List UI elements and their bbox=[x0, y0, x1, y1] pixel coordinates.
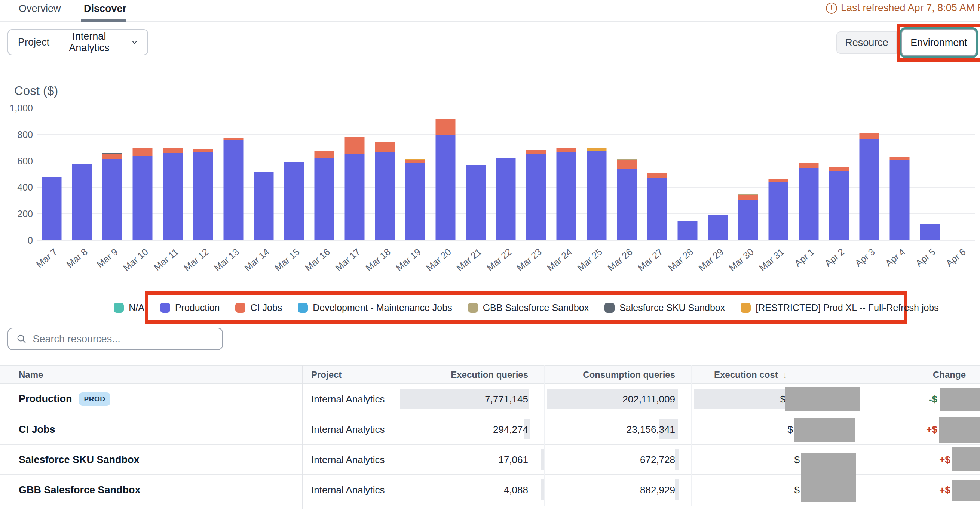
bar-segment[interactable] bbox=[375, 152, 395, 240]
bar-segment[interactable] bbox=[224, 138, 243, 140]
bar-segment[interactable] bbox=[587, 151, 607, 240]
bar-segment[interactable] bbox=[102, 153, 123, 154]
bar-mar-20[interactable] bbox=[430, 108, 460, 240]
bar-segment[interactable] bbox=[617, 168, 637, 240]
bar-mar-22[interactable] bbox=[491, 108, 521, 240]
legend-item[interactable]: GBB Salesforce Sandbox bbox=[468, 302, 589, 313]
bar-apr-1[interactable] bbox=[793, 108, 824, 240]
bar-segment[interactable] bbox=[133, 148, 153, 148]
bar-mar-10[interactable] bbox=[127, 108, 158, 240]
legend-item[interactable]: Production bbox=[160, 302, 220, 313]
bar-segment[interactable] bbox=[768, 179, 788, 179]
bar-mar-11[interactable] bbox=[158, 108, 188, 240]
bar-segment[interactable] bbox=[889, 157, 909, 160]
bar-segment[interactable] bbox=[405, 160, 425, 163]
bar-mar-9[interactable] bbox=[97, 108, 127, 240]
bar-apr-6[interactable] bbox=[945, 108, 975, 240]
bar-segment[interactable] bbox=[314, 151, 334, 158]
resource-name[interactable]: CI Jobs bbox=[19, 423, 56, 435]
bar-segment[interactable] bbox=[405, 163, 425, 240]
bar-mar-27[interactable] bbox=[642, 108, 673, 240]
bar-segment[interactable] bbox=[738, 195, 758, 200]
col-name[interactable]: Name bbox=[19, 369, 43, 380]
bar-apr-2[interactable] bbox=[824, 108, 854, 240]
legend-item[interactable]: N/A bbox=[114, 302, 145, 313]
bar-segment[interactable] bbox=[42, 177, 62, 240]
bar-mar-12[interactable] bbox=[188, 108, 218, 240]
table-row-production[interactable]: ProductionPRODInternal Analytics7,771,14… bbox=[0, 384, 980, 414]
bar-segment[interactable] bbox=[920, 224, 940, 240]
bar-segment[interactable] bbox=[829, 171, 849, 240]
bar-mar-18[interactable] bbox=[369, 108, 400, 240]
bar-segment[interactable] bbox=[829, 167, 849, 171]
col-execution-cost[interactable]: Execution cost ↓ bbox=[714, 369, 788, 380]
bar-segment[interactable] bbox=[889, 160, 909, 240]
bar-segment[interactable] bbox=[617, 160, 637, 168]
bar-segment[interactable] bbox=[526, 150, 546, 155]
bar-segment[interactable] bbox=[224, 140, 243, 240]
bar-segment[interactable] bbox=[193, 149, 213, 152]
bar-mar-24[interactable] bbox=[551, 108, 582, 240]
bar-segment[interactable] bbox=[617, 159, 637, 159]
bar-segment[interactable] bbox=[648, 173, 667, 173]
bar-mar-26[interactable] bbox=[612, 108, 642, 240]
bar-segment[interactable] bbox=[557, 152, 576, 240]
col-consumption-queries[interactable]: Consumption queries bbox=[583, 369, 675, 380]
bar-mar-17[interactable] bbox=[339, 108, 369, 240]
bar-segment[interactable] bbox=[799, 163, 818, 168]
bar-segment[interactable] bbox=[768, 179, 788, 182]
bar-segment[interactable] bbox=[466, 165, 485, 240]
bar-segment[interactable] bbox=[72, 164, 92, 240]
bar-segment[interactable] bbox=[405, 159, 425, 160]
bar-mar-7[interactable] bbox=[37, 108, 67, 240]
bar-segment[interactable] bbox=[587, 148, 607, 151]
bar-segment[interactable] bbox=[314, 158, 334, 240]
bar-mar-16[interactable] bbox=[309, 108, 339, 240]
resource-name[interactable]: GBB Salesforce Sandbox bbox=[19, 484, 141, 496]
bar-mar-19[interactable] bbox=[400, 108, 430, 240]
bar-segment[interactable] bbox=[587, 151, 607, 151]
legend-item[interactable]: CI Jobs bbox=[235, 302, 282, 313]
bar-segment[interactable] bbox=[799, 168, 818, 240]
legend-item[interactable]: Salesforce SKU Sandbox bbox=[605, 302, 725, 313]
bar-segment[interactable] bbox=[133, 156, 153, 240]
bar-segment[interactable] bbox=[859, 139, 879, 240]
bar-segment[interactable] bbox=[648, 178, 667, 240]
bar-segment[interactable] bbox=[557, 148, 576, 148]
bar-segment[interactable] bbox=[345, 137, 364, 137]
bar-segment[interactable] bbox=[526, 154, 546, 240]
legend-item[interactable]: Development - Maintenance Jobs bbox=[298, 302, 452, 313]
bar-mar-21[interactable] bbox=[460, 108, 491, 240]
bar-segment[interactable] bbox=[708, 214, 728, 240]
col-execution-queries[interactable]: Execution queries bbox=[451, 369, 528, 380]
bar-segment[interactable] bbox=[193, 152, 213, 240]
resource-name[interactable]: Salesforce SKU Sandbox bbox=[19, 454, 140, 465]
bar-mar-13[interactable] bbox=[218, 108, 249, 240]
bar-mar-31[interactable] bbox=[763, 108, 793, 240]
bar-segment[interactable] bbox=[133, 148, 153, 156]
bar-segment[interactable] bbox=[435, 119, 455, 135]
bar-segment[interactable] bbox=[768, 182, 788, 240]
bar-segment[interactable] bbox=[102, 154, 123, 159]
bar-segment[interactable] bbox=[345, 137, 364, 154]
bar-mar-8[interactable] bbox=[67, 108, 97, 240]
bar-segment[interactable] bbox=[738, 200, 758, 240]
bar-segment[interactable] bbox=[284, 162, 304, 240]
bar-mar-28[interactable] bbox=[673, 108, 703, 240]
bar-segment[interactable] bbox=[738, 194, 758, 195]
bar-segment[interactable] bbox=[193, 149, 213, 149]
bar-segment[interactable] bbox=[435, 135, 455, 240]
bar-mar-23[interactable] bbox=[521, 108, 551, 240]
bar-segment[interactable] bbox=[102, 159, 123, 240]
bar-segment[interactable] bbox=[859, 133, 879, 133]
bar-segment[interactable] bbox=[648, 173, 667, 179]
bar-segment[interactable] bbox=[557, 148, 576, 152]
bar-segment[interactable] bbox=[496, 159, 516, 240]
bar-mar-25[interactable] bbox=[582, 108, 612, 240]
search-input[interactable] bbox=[33, 333, 214, 345]
bar-segment[interactable] bbox=[526, 150, 546, 150]
col-project[interactable]: Project bbox=[311, 369, 342, 380]
bar-segment[interactable] bbox=[375, 142, 395, 152]
bar-apr-4[interactable] bbox=[884, 108, 915, 240]
bar-apr-5[interactable] bbox=[915, 108, 945, 240]
